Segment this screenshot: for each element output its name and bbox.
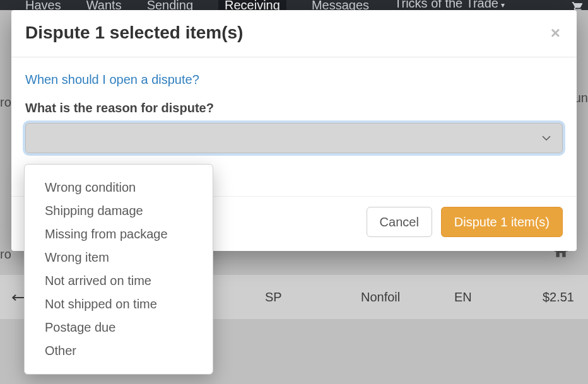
help-link[interactable]: When should I open a dispute? — [25, 73, 199, 86]
bg-text-fragment: ro — [0, 247, 11, 262]
option-missing-from-package[interactable]: Missing from package — [25, 223, 213, 246]
modal-title: Dispute 1 selected item(s) — [25, 23, 243, 43]
nav-item-label: Tricks of the Trade — [394, 0, 498, 10]
reason-label: What is the reason for dispute? — [25, 101, 563, 115]
nav-item-haves[interactable]: Haves — [25, 0, 61, 10]
option-wrong-condition[interactable]: Wrong condition — [25, 176, 213, 199]
dispute-button[interactable]: Dispute 1 item(s) — [441, 207, 563, 237]
cancel-button[interactable]: Cancel — [367, 207, 432, 237]
nav-item-wants[interactable]: Wants — [86, 0, 122, 10]
option-other[interactable]: Other — [25, 339, 213, 363]
nav-item-messages[interactable]: Messages — [312, 0, 369, 10]
reason-select[interactable] — [25, 123, 563, 153]
modal-header: Dispute 1 selected item(s) × — [11, 10, 577, 57]
top-nav: Haves Wants Sending Receiving Messages T… — [0, 0, 588, 10]
option-postage-due[interactable]: Postage due — [25, 316, 213, 339]
cell-condition: SP — [265, 290, 282, 305]
cell-lang: EN — [454, 290, 472, 305]
nav-item-tricks[interactable]: Tricks of the Trade▾ — [394, 0, 505, 10]
chevron-down-icon — [542, 135, 551, 141]
reason-dropdown: Wrong condition Shipping damage Missing … — [24, 164, 213, 375]
close-icon[interactable]: × — [551, 25, 560, 41]
cell-price: $2.51 — [543, 290, 574, 305]
option-wrong-item[interactable]: Wrong item — [25, 246, 213, 269]
nav-item-receiving[interactable]: Receiving — [218, 0, 286, 10]
cart-icon[interactable] — [569, 0, 583, 10]
bg-text-fragment: ro — [0, 95, 11, 110]
cell-foil: Nonfoil — [361, 290, 400, 305]
option-not-arrived-on-time[interactable]: Not arrived on time — [25, 269, 213, 293]
option-not-shipped-on-time[interactable]: Not shipped on time — [25, 293, 213, 316]
chevron-down-icon: ▾ — [501, 1, 505, 9]
option-shipping-damage[interactable]: Shipping damage — [25, 199, 213, 223]
nav-item-sending[interactable]: Sending — [147, 0, 193, 10]
